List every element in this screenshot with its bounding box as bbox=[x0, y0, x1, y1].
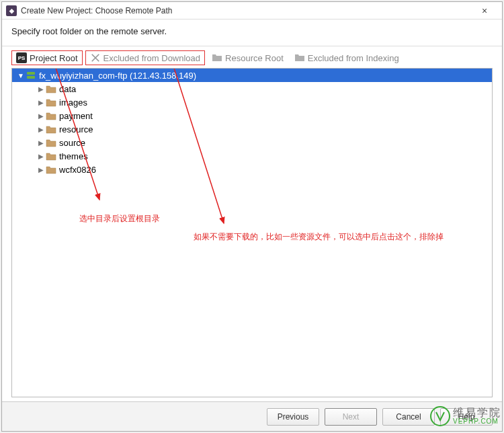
folder-icon bbox=[294, 52, 305, 63]
folder-label: themes bbox=[59, 151, 88, 161]
tree-folder-node[interactable]: ▶ payment bbox=[12, 109, 492, 122]
toolbar: PS Project Root Excluded from Download R… bbox=[2, 46, 502, 67]
project-root-icon: PS bbox=[16, 52, 27, 63]
annotation-right: 如果不需要下载的，比如一些资源文件，可以选中后点击这个，排除掉 bbox=[194, 231, 444, 243]
excluded-indexing-button[interactable]: Excluded from Indexing bbox=[290, 51, 403, 65]
folder-icon bbox=[46, 124, 56, 134]
folder-label: source bbox=[59, 138, 85, 148]
resource-root-label: Resource Root bbox=[225, 53, 284, 63]
tree-folder-node[interactable]: ▶ resource bbox=[12, 122, 492, 136]
expand-arrow-icon[interactable]: ▶ bbox=[36, 139, 46, 147]
project-root-label: Project Root bbox=[30, 53, 78, 63]
close-button[interactable]: × bbox=[471, 3, 498, 19]
excluded-icon bbox=[90, 52, 101, 63]
excluded-download-button[interactable]: Excluded from Download bbox=[85, 50, 206, 65]
annotation-left: 选中目录后设置根目录 bbox=[79, 213, 160, 225]
expand-arrow-icon[interactable]: ▶ bbox=[36, 85, 46, 93]
expand-arrow-icon[interactable]: ▶ bbox=[36, 99, 46, 106]
folder-icon bbox=[46, 165, 56, 174]
folder-icon bbox=[46, 84, 56, 93]
tree-folder-node[interactable]: ▶ themes bbox=[12, 149, 492, 163]
tree-folder-node[interactable]: ▶ wcfx0826 bbox=[12, 163, 492, 176]
folder-icon bbox=[46, 151, 56, 161]
folder-icon bbox=[46, 97, 56, 107]
project-root-button[interactable]: PS Project Root bbox=[11, 50, 83, 65]
folder-label: wcfx0826 bbox=[59, 165, 96, 175]
expand-arrow-icon[interactable]: ▶ bbox=[36, 112, 46, 120]
tree-view[interactable]: ▼ fx_wuyiyizhan_com-ftp (121.43.158.149)… bbox=[11, 68, 493, 397]
window-title: Create New Project: Choose Remote Path bbox=[21, 6, 471, 15]
previous-button[interactable]: Previous bbox=[267, 408, 319, 426]
folder-icon bbox=[212, 52, 222, 63]
server-icon bbox=[26, 71, 36, 80]
instruction-text: Specify root folder on the remote server… bbox=[2, 19, 502, 46]
folder-icon bbox=[46, 138, 56, 147]
expand-arrow-icon[interactable]: ▼ bbox=[16, 72, 26, 79]
tree-folder-node[interactable]: ▶ source bbox=[12, 136, 492, 149]
button-bar: Previous Next Cancel Help bbox=[2, 401, 502, 431]
expand-arrow-icon[interactable]: ▶ bbox=[36, 166, 46, 173]
folder-icon bbox=[46, 111, 56, 120]
excluded-indexing-label: Excluded from Indexing bbox=[308, 53, 399, 63]
tree-folder-node[interactable]: ▶ data bbox=[12, 82, 492, 95]
folder-label: payment bbox=[59, 111, 93, 121]
folder-label: data bbox=[59, 84, 76, 94]
svg-rect-2 bbox=[27, 72, 35, 75]
tree-root-label: fx_wuyiyizhan_com-ftp (121.43.158.149) bbox=[39, 71, 196, 81]
app-icon: ◆ bbox=[6, 5, 17, 16]
next-button[interactable]: Next bbox=[325, 408, 377, 426]
titlebar: ◆ Create New Project: Choose Remote Path… bbox=[2, 2, 502, 19]
svg-rect-3 bbox=[27, 76, 35, 79]
expand-arrow-icon[interactable]: ▶ bbox=[36, 126, 46, 133]
help-button[interactable]: Help bbox=[440, 408, 493, 426]
excluded-download-label: Excluded from Download bbox=[103, 53, 201, 63]
expand-arrow-icon[interactable]: ▶ bbox=[36, 153, 46, 160]
cancel-button[interactable]: Cancel bbox=[382, 408, 435, 426]
resource-root-button[interactable]: Resource Root bbox=[208, 51, 288, 65]
tree-folder-node[interactable]: ▶ images bbox=[12, 95, 492, 109]
folder-label: images bbox=[59, 97, 87, 108]
folder-label: resource bbox=[59, 124, 93, 134]
tree-root-node[interactable]: ▼ fx_wuyiyizhan_com-ftp (121.43.158.149) bbox=[12, 69, 492, 82]
dialog-window: ◆ Create New Project: Choose Remote Path… bbox=[1, 1, 503, 432]
